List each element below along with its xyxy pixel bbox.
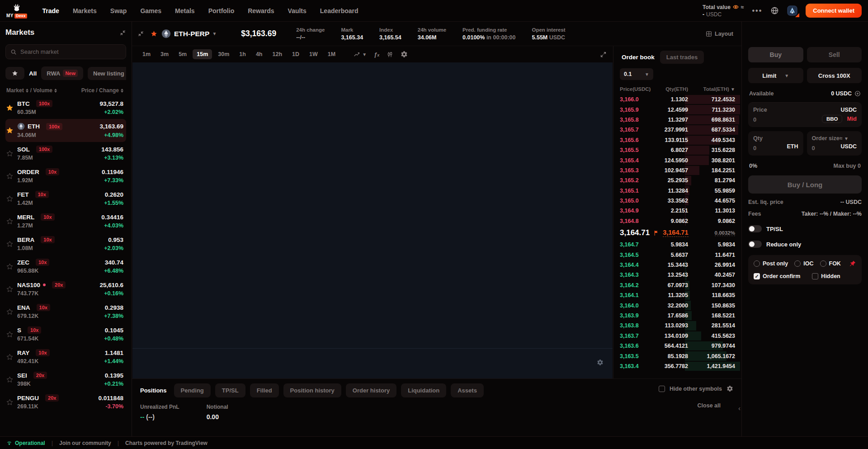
logo[interactable]: MY Dexx <box>6 3 27 19</box>
globe-icon[interactable] <box>770 6 779 15</box>
fok-radio[interactable]: FOK <box>820 260 841 267</box>
sort-volume-icon[interactable] <box>54 89 57 93</box>
qty-input[interactable]: 0 <box>753 145 756 151</box>
star-icon[interactable] <box>6 308 14 315</box>
ask-row[interactable]: 3,165.912.4599711.3230 <box>613 104 741 114</box>
sell-tab[interactable]: Sell <box>807 47 862 62</box>
bid-row[interactable]: 3,163.7134.0109415.5623 <box>613 331 741 341</box>
bid-row[interactable]: 3,163.6564.4121979.9744 <box>613 341 741 351</box>
qty-field[interactable]: Qty 0 ETH <box>748 131 803 156</box>
market-row-merl[interactable]: MERL10x0.344161.27M+4.03% <box>5 210 126 232</box>
ask-row[interactable]: 3,165.3102.9457184.2251 <box>613 165 741 175</box>
filter-rwa[interactable]: RWA New <box>41 66 83 80</box>
connect-wallet-button[interactable]: Connect wallet <box>806 4 862 18</box>
margin-mode-button[interactable]: Cross 100X <box>807 68 862 83</box>
star-icon[interactable] <box>6 173 14 180</box>
ask-row[interactable]: 3,165.033.356244.6575 <box>613 196 741 206</box>
reduce-only-toggle-row[interactable]: Reduce only <box>748 241 862 248</box>
timeframe-1h[interactable]: 1h <box>235 49 250 59</box>
market-row-s[interactable]: S10x0.1045671.54K+0.48% <box>5 323 126 345</box>
market-row-zec[interactable]: ZEC10x340.74965.88K+6.48% <box>5 255 126 278</box>
mid-button[interactable]: Mid <box>847 116 857 122</box>
indicators-icon[interactable]: ƒx <box>374 51 379 58</box>
bottom-tab-liquidation[interactable]: Liquidation <box>401 383 446 397</box>
bottom-tab-position-history[interactable]: Position history <box>283 383 341 397</box>
bottom-tab-tp-sl[interactable]: TP/SL <box>215 383 245 397</box>
collapse-trade-panel-icon[interactable]: ‹ <box>738 404 741 412</box>
close-all-button[interactable]: Close all <box>698 402 721 409</box>
order-size-field[interactable]: Order size≈ ▼ 0 USDC <box>807 131 862 156</box>
star-icon[interactable] <box>6 331 14 338</box>
trendline-tool-icon[interactable]: ▼ <box>353 51 367 58</box>
tab-last-trades[interactable]: Last trades <box>660 51 704 64</box>
tick-size-select[interactable]: 0.1 ▼ <box>620 68 653 80</box>
star-icon[interactable] <box>6 354 14 360</box>
fullscreen-icon[interactable] <box>600 51 607 58</box>
hidden-checkbox-row[interactable]: ✓ Hidden <box>812 273 840 279</box>
nav-item-trade[interactable]: Trade <box>42 7 59 14</box>
market-row-btc[interactable]: BTC100x93,527.860.35M+2.02% <box>5 96 126 119</box>
timeframe-15m[interactable]: 15m <box>193 49 212 59</box>
star-icon[interactable] <box>6 263 14 270</box>
col-price-change[interactable]: Price / Change <box>81 87 119 94</box>
order-confirm-checkbox[interactable]: ✓ <box>754 273 760 279</box>
filter-new-listing[interactable]: New listing <box>88 67 126 80</box>
hide-other-symbols-checkbox[interactable]: ✓ <box>659 386 665 392</box>
ask-row[interactable]: 3,165.6133.9115449.5343 <box>613 135 741 145</box>
ask-row[interactable]: 3,165.225.293581.2794 <box>613 175 741 185</box>
market-row-eth[interactable]: ETH100x3,163.6934.06M+4.98% <box>5 119 126 142</box>
hide-other-symbols-label[interactable]: Hide other symbols <box>670 386 722 392</box>
star-icon[interactable] <box>6 127 14 134</box>
market-row-sol[interactable]: SOL100x143.8567.85M+3.13% <box>5 142 126 165</box>
col-market[interactable]: Market <box>6 87 24 94</box>
bid-row[interactable]: 3,163.917.6586168.5221 <box>613 311 741 321</box>
timeframe-1m[interactable]: 1m <box>138 49 155 59</box>
star-icon[interactable] <box>6 195 14 202</box>
search-market-input[interactable] <box>5 44 126 59</box>
hidden-checkbox[interactable]: ✓ <box>812 273 818 279</box>
bid-row[interactable]: 3,164.415.344326.9914 <box>613 260 741 270</box>
panel-settings-gear-icon[interactable] <box>726 385 733 392</box>
symbol-caret-icon[interactable]: ▼ <box>212 31 217 36</box>
tpsl-toggle-row[interactable]: TP/SL <box>748 225 862 232</box>
bid-row[interactable]: 3,163.4356.77821,421.9454 <box>613 361 741 371</box>
price-field[interactable]: Price USDC 0 BBO Mid <box>748 102 862 127</box>
reduce-only-toggle[interactable] <box>748 241 762 248</box>
nav-item-swap[interactable]: Swap <box>110 7 127 14</box>
favorite-star-icon[interactable] <box>151 30 157 37</box>
tab-order-book[interactable]: Order book <box>620 51 656 64</box>
order-type-select[interactable]: Limit ▼ <box>748 68 803 83</box>
orderbook-mid-row[interactable]: 3,164.71 3,164.71 0.0032% <box>613 226 741 240</box>
nav-item-markets[interactable]: Markets <box>73 7 97 14</box>
col-volume[interactable]: / Volume <box>30 87 52 94</box>
tpsl-toggle[interactable] <box>748 225 762 232</box>
bottom-tab-positions[interactable]: Positions <box>140 383 170 397</box>
spread-value[interactable]: 0.0032% <box>715 230 735 236</box>
axis-settings-gear-icon[interactable] <box>597 359 604 366</box>
bid-row[interactable]: 3,163.585.19281,065.1672 <box>613 351 741 361</box>
layout-button[interactable]: Layout <box>706 31 733 37</box>
network-icon[interactable] <box>787 5 797 16</box>
favorites-filter[interactable] <box>5 67 24 80</box>
bid-row[interactable]: 3,164.111.3205118.6635 <box>613 290 741 300</box>
bid-row[interactable]: 3,164.032.2000150.8635 <box>613 300 741 310</box>
status-operational[interactable]: Operational <box>6 440 45 446</box>
community-link[interactable]: Join our community <box>59 440 111 446</box>
market-row-sei[interactable]: SEI20x0.1395398K+0.21% <box>5 368 126 391</box>
timeframe-3m[interactable]: 3m <box>156 49 173 59</box>
nav-item-portfolio[interactable]: Portfolio <box>208 7 235 14</box>
order-size-label[interactable]: Order size≈ ▼ <box>812 135 849 142</box>
sort-price-icon[interactable] <box>121 89 123 93</box>
chart-canvas[interactable] <box>132 62 613 378</box>
deposit-icon[interactable] <box>854 90 861 97</box>
collapse-sidebar-icon[interactable] <box>137 30 144 37</box>
star-icon[interactable] <box>6 241 14 247</box>
market-row-pengu[interactable]: PENGU20x0.011848269.11K-3.70% <box>5 391 126 413</box>
ask-row[interactable]: 3,165.4124.5950308.8201 <box>613 155 741 165</box>
ask-row[interactable]: 3,164.89.08629.0862 <box>613 216 741 226</box>
market-row-fet[interactable]: FET10x0.26201.42M+1.55% <box>5 187 126 210</box>
buy-tab[interactable]: Buy <box>748 47 803 62</box>
timeframe-5m[interactable]: 5m <box>175 49 191 59</box>
buy-long-button[interactable]: Buy / Long <box>748 175 862 194</box>
tradingview-credit[interactable]: Charts powered by TradingView <box>125 440 208 446</box>
